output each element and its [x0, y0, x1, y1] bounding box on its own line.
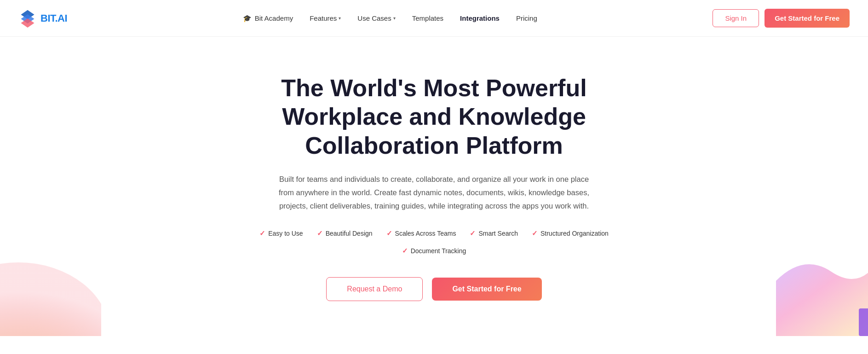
nav-link-use-cases[interactable]: Use Cases ▾: [357, 14, 395, 22]
nav-item-use-cases[interactable]: Use Cases ▾: [357, 14, 395, 22]
hero-title: The World's Most Powerful Workplace and …: [236, 74, 632, 160]
nav-link-pricing[interactable]: Pricing: [516, 14, 537, 22]
logo-brand-text: BIT.AI: [40, 12, 67, 24]
get-started-hero-button[interactable]: Get Started for Free: [432, 278, 541, 301]
badge-smart-search: ✓ Smart Search: [470, 229, 518, 238]
chevron-down-icon: ▾: [339, 16, 341, 21]
decorative-blob-right: [776, 244, 868, 336]
checkmark-icon: ✓: [470, 229, 476, 238]
nav-item-integrations[interactable]: Integrations: [460, 14, 500, 22]
hero-subtitle: Built for teams and individuals to creat…: [273, 173, 595, 213]
badge-easy-to-use: ✓ Easy to Use: [259, 229, 303, 238]
nav-item-templates[interactable]: Templates: [412, 14, 443, 22]
svg-point-3: [0, 262, 101, 336]
hero-content: The World's Most Powerful Workplace and …: [236, 74, 632, 301]
nav-item-bit-academy[interactable]: 🎓 Bit Academy: [243, 14, 293, 23]
checkmark-icon: ✓: [317, 229, 323, 238]
badge-beautiful-design: ✓ Beautiful Design: [317, 229, 373, 238]
nav-link-templates[interactable]: Templates: [412, 14, 443, 22]
nav-link-integrations[interactable]: Integrations: [460, 14, 500, 22]
navbar: BIT.AI 🎓 Bit Academy Features ▾ Use Case…: [0, 0, 868, 37]
badge-document-tracking: ✓ Document Tracking: [402, 247, 466, 255]
hero-section: The World's Most Powerful Workplace and …: [0, 37, 868, 336]
cta-buttons: Request a Demo Get Started for Free: [236, 277, 632, 301]
nav-link-features[interactable]: Features ▾: [310, 14, 341, 22]
checkmark-icon: ✓: [386, 229, 392, 238]
nav-links: 🎓 Bit Academy Features ▾ Use Cases ▾ Tem…: [243, 14, 537, 23]
nav-link-bit-academy[interactable]: 🎓 Bit Academy: [243, 14, 293, 23]
nav-item-features[interactable]: Features ▾: [310, 14, 341, 22]
request-demo-button[interactable]: Request a Demo: [326, 277, 423, 301]
logo-icon: [18, 9, 37, 28]
decorative-blob-left: [0, 244, 101, 336]
graduation-hat-icon: 🎓: [243, 14, 252, 23]
checkmark-icon: ✓: [532, 229, 538, 238]
get-started-nav-button[interactable]: Get Started for Free: [765, 9, 850, 28]
badge-scales-across-teams: ✓ Scales Across Teams: [386, 229, 456, 238]
checkmark-icon: ✓: [402, 247, 408, 255]
svg-rect-4: [859, 308, 868, 336]
nav-actions: Sign In Get Started for Free: [713, 9, 850, 28]
chevron-down-icon: ▾: [393, 16, 396, 21]
checkmark-icon: ✓: [259, 229, 265, 238]
sign-in-button[interactable]: Sign In: [713, 9, 759, 27]
badge-structured-organization: ✓ Structured Organization: [532, 229, 609, 238]
logo[interactable]: BIT.AI: [18, 9, 67, 28]
nav-item-pricing[interactable]: Pricing: [516, 14, 537, 22]
feature-badges: ✓ Easy to Use ✓ Beautiful Design ✓ Scale…: [236, 229, 632, 255]
